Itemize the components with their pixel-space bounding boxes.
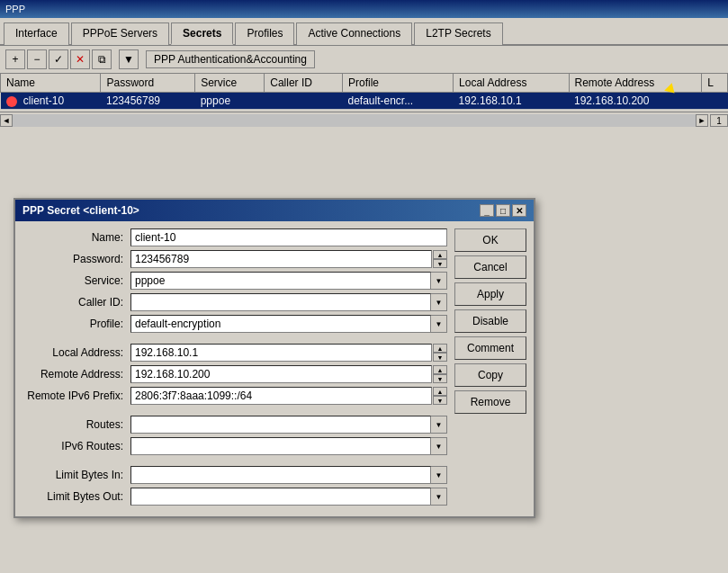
cancel-button[interactable]: Cancel (454, 255, 526, 279)
col-remote-address[interactable]: Remote Address (569, 74, 702, 93)
remote-address-down-btn[interactable]: ▼ (433, 374, 447, 383)
check-button[interactable]: ✓ (49, 49, 68, 69)
col-name[interactable]: Name (1, 74, 101, 93)
table-row[interactable]: client-10 123456789 pppoe default-encr..… (1, 93, 728, 110)
profile-label: Profile: (22, 318, 130, 330)
col-service[interactable]: Service (195, 74, 265, 93)
limit-bytes-out-container: ▼ (130, 488, 447, 506)
col-l[interactable]: L (702, 74, 728, 93)
cell-profile: default-encr... (342, 93, 453, 110)
ipv6-routes-dropdown-btn[interactable]: ▼ (431, 437, 447, 455)
scroll-left-button[interactable]: ◄ (0, 114, 13, 127)
limit-bytes-in-dropdown-btn[interactable]: ▼ (431, 466, 447, 484)
name-label: Name: (22, 231, 130, 244)
caller-id-dropdown-btn[interactable]: ▼ (431, 293, 447, 311)
name-input[interactable] (130, 228, 447, 246)
remote-address-input[interactable] (130, 365, 432, 383)
local-address-input[interactable] (130, 344, 432, 362)
cell-remote-address: 192.168.10.200 (569, 93, 702, 110)
password-label: Password: (22, 253, 130, 265)
col-local-address[interactable]: Local Address (454, 74, 569, 93)
service-dropdown-btn[interactable]: ▼ (431, 272, 447, 290)
limit-bytes-out-row: Limit Bytes Out: ▼ (22, 488, 447, 506)
cell-service: pppoe (195, 93, 265, 110)
password-down-btn[interactable]: ▼ (433, 259, 447, 268)
limit-bytes-out-input[interactable] (130, 488, 431, 506)
service-input[interactable] (130, 272, 431, 290)
close-button[interactable]: ✕ (512, 204, 526, 217)
limit-bytes-in-label: Limit Bytes In: (22, 469, 130, 481)
modal-title-buttons: _ □ ✕ (480, 204, 526, 217)
tab-pppoe-servers[interactable]: PPPoE Servers (71, 22, 169, 45)
tab-profiles[interactable]: Profiles (235, 22, 294, 45)
remove-button[interactable]: − (27, 49, 47, 69)
app-title: PPP (5, 4, 25, 14)
spacer3 (22, 459, 447, 466)
tab-interface[interactable]: Interface (4, 22, 69, 45)
service-label: Service: (22, 274, 130, 287)
modal-title: PPP Secret <client-10> (22, 204, 139, 217)
copy-button[interactable]: Copy (454, 363, 526, 387)
password-scroll: ▲ ▼ (433, 250, 447, 268)
secrets-table: Name Password Service Caller ID Profile … (0, 74, 728, 110)
cell-caller-id (265, 93, 343, 110)
caller-id-row: Caller ID: ▼ (22, 293, 447, 311)
scroll-track[interactable] (13, 114, 696, 127)
routes-dropdown-btn[interactable]: ▼ (431, 416, 447, 434)
cell-local-address: 192.168.10.1 (454, 93, 569, 110)
table-container: Name Password Service Caller ID Profile … (0, 74, 728, 110)
maximize-button[interactable]: □ (496, 204, 510, 217)
cell-password: 123456789 (101, 93, 195, 110)
add-button[interactable]: + (5, 49, 25, 69)
local-address-down-btn[interactable]: ▼ (433, 353, 447, 362)
tab-active-connections[interactable]: Active Connections (296, 22, 412, 45)
remote-ipv6-input[interactable] (130, 387, 432, 405)
password-up-btn[interactable]: ▲ (433, 250, 447, 259)
remote-address-up-btn[interactable]: ▲ (433, 365, 447, 374)
comment-button[interactable]: Comment (454, 336, 526, 360)
col-caller-id[interactable]: Caller ID (265, 74, 343, 93)
col-password[interactable]: Password (101, 74, 195, 93)
filter-button[interactable]: ▼ (119, 49, 139, 69)
status-icon (6, 96, 17, 107)
password-input[interactable] (130, 250, 432, 268)
local-address-scroll: ▲ ▼ (433, 344, 447, 362)
col-profile[interactable]: Profile (342, 74, 453, 93)
routes-label: Routes: (22, 418, 130, 431)
name-row: Name: (22, 228, 447, 246)
modal-form: Name: Password: ▲ ▼ Serv (22, 228, 447, 509)
x-button[interactable]: ✕ (70, 49, 90, 69)
caller-id-input[interactable] (130, 293, 431, 311)
routes-input-container: ▼ (130, 416, 447, 434)
limit-bytes-in-row: Limit Bytes In: ▼ (22, 466, 447, 484)
scroll-right-button[interactable]: ► (696, 114, 708, 127)
local-address-input-container: ▲ ▼ (130, 344, 447, 362)
tab-secrets[interactable]: Secrets (171, 22, 233, 45)
remote-ipv6-scroll: ▲ ▼ (433, 387, 447, 405)
profile-input[interactable] (130, 315, 431, 333)
apply-button[interactable]: Apply (454, 282, 526, 306)
ipv6-routes-row: IPv6 Routes: ▼ (22, 437, 447, 455)
tab-l2tp-secrets[interactable]: L2TP Secrets (414, 22, 502, 45)
local-address-row: Local Address: ▲ ▼ (22, 344, 447, 362)
remote-address-row: Remote Address: ▲ ▼ (22, 365, 447, 383)
remote-ipv6-up-btn[interactable]: ▲ (433, 387, 447, 396)
remote-address-scroll: ▲ ▼ (433, 365, 447, 383)
spacer2 (22, 408, 447, 416)
profile-dropdown-btn[interactable]: ▼ (431, 315, 447, 333)
limit-bytes-in-input[interactable] (130, 466, 431, 484)
disable-button[interactable]: Disable (454, 309, 526, 333)
routes-input[interactable] (130, 416, 431, 434)
remote-ipv6-down-btn[interactable]: ▼ (433, 396, 447, 405)
ipv6-routes-input[interactable] (130, 437, 431, 455)
copy-toolbar-button[interactable]: ⧉ (92, 49, 112, 69)
minimize-button[interactable]: _ (480, 204, 494, 217)
limit-bytes-out-label: Limit Bytes Out: (22, 490, 130, 503)
remove-button[interactable]: Remove (454, 390, 526, 414)
local-address-up-btn[interactable]: ▲ (433, 344, 447, 353)
ppp-auth-button[interactable]: PPP Authentication&Accounting (146, 50, 315, 68)
limit-bytes-out-dropdown-btn[interactable]: ▼ (431, 488, 447, 506)
ok-button[interactable]: OK (454, 228, 526, 252)
name-value: client-10 (23, 94, 64, 107)
remote-address-label: Remote Address: (22, 368, 130, 381)
